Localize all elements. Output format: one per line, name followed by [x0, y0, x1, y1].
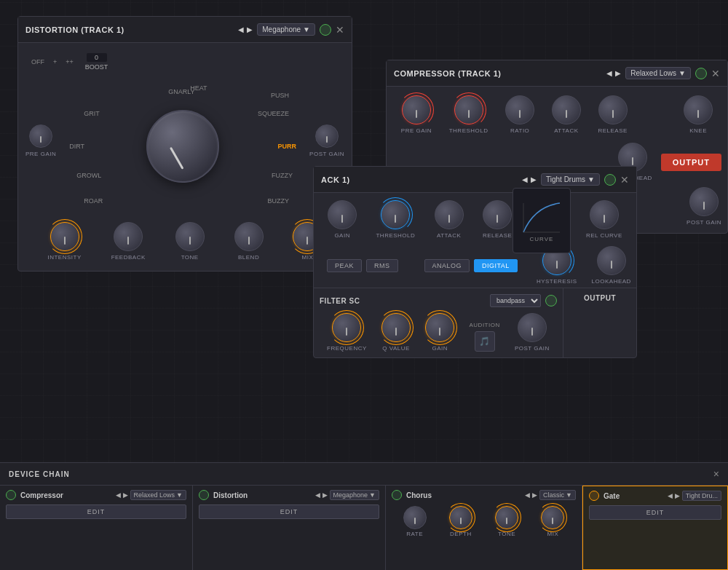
filter-power-btn[interactable]	[545, 295, 557, 306]
distortion-title: DISTORTION (TRACK 1)	[25, 25, 234, 34]
comp2-gain-knob[interactable]	[328, 200, 357, 229]
distortion-device-power[interactable]	[199, 490, 209, 500]
filter-gain-label: GAIN	[432, 345, 448, 352]
comp2-threshold-knob[interactable]	[381, 200, 410, 229]
comp2-close-btn[interactable]: ✕	[620, 175, 629, 185]
comp2-lookahead-knob[interactable]	[597, 246, 626, 275]
grit-label: GRIT	[84, 110, 100, 117]
distortion-edit-btn[interactable]: EDIT	[199, 504, 379, 519]
comp-threshold-knob[interactable]	[454, 95, 483, 124]
comp-ratio-knob[interactable]	[505, 95, 534, 124]
filter-header: FILTER SC bandpass	[320, 294, 557, 307]
chorus-rate-knob[interactable]	[403, 506, 427, 529]
comp2-rel-curve-label: REL CURVE	[586, 232, 622, 239]
dist-blend-knob[interactable]	[234, 222, 264, 251]
dist-feedback-knob[interactable]	[114, 222, 143, 251]
comp2-release-container: RELEASE	[483, 200, 512, 239]
dist-plusplus-label: ++	[66, 58, 74, 66]
peak-btn[interactable]: PEAK	[327, 259, 362, 272]
distortion-preset-dropdown[interactable]: Megaphone ▼	[257, 23, 315, 36]
comp2-next-arrow[interactable]: ▶	[531, 175, 537, 183]
dist-main-knob[interactable]	[146, 110, 219, 183]
distortion-close-btn[interactable]: ✕	[336, 25, 344, 35]
comp-release-container: RELEASE	[598, 95, 627, 134]
filter-q-knob[interactable]	[381, 313, 411, 342]
roar-label: ROAR	[84, 197, 103, 205]
device-chain: DEVICE CHAIN × Compressor ◀ ▶ Relaxed Lo…	[0, 462, 728, 570]
device-chain-header: DEVICE CHAIN ×	[0, 463, 728, 485]
filter-freq-knob[interactable]	[332, 313, 361, 342]
digital-btn[interactable]: DIGITAL	[474, 259, 518, 272]
chorus-preset-dd[interactable]: Classic ▼	[539, 490, 576, 500]
dist-off-label: OFF	[31, 58, 44, 66]
comp2-lookahead-label: LOOKAHEAD	[592, 278, 631, 285]
comp2-power-btn[interactable]	[604, 174, 616, 186]
filter-section: FILTER SC bandpass FREQUENCY	[314, 288, 563, 357]
filter-gain-container: GAIN	[425, 313, 454, 352]
buzzy-label: BUZZY	[268, 197, 290, 205]
filter-freq-label: FREQUENCY	[327, 345, 367, 352]
comp2-prev-arrow[interactable]: ◀	[522, 175, 528, 183]
device-item-distortion: Distortion ◀ ▶ Megaphone ▼ EDIT	[193, 486, 386, 570]
comp2-title: ACK 1)	[321, 175, 518, 184]
dist-intensity-knob[interactable]	[50, 222, 79, 251]
analog-btn[interactable]: ANALOG	[424, 259, 470, 272]
dist-tone-container: TONE	[175, 222, 205, 261]
rms-btn[interactable]: RMS	[366, 259, 398, 272]
push-label: PUSH	[271, 92, 289, 99]
comp-next-arrow[interactable]: ▶	[615, 69, 621, 77]
filter-gain-knob[interactable]	[425, 313, 454, 342]
dist-post-gain-knob[interactable]	[315, 124, 339, 148]
mode-btns: ANALOG DIGITAL	[417, 255, 525, 277]
device-chain-content: Compressor ◀ ▶ Relaxed Lows ▼ EDIT Disto…	[0, 485, 728, 570]
distortion-power-btn[interactable]	[320, 24, 331, 36]
distortion-device-preset: ◀ ▶ Megaphone ▼	[315, 490, 379, 500]
comp2-release-knob[interactable]	[483, 200, 512, 229]
compressor-edit-btn[interactable]: EDIT	[6, 504, 186, 519]
filter-post-gain-knob[interactable]	[518, 313, 547, 342]
distortion-next-arrow[interactable]: ▶	[247, 25, 253, 33]
distortion-preset-dd[interactable]: Megaphone ▼	[330, 490, 379, 500]
chorus-tone-knob[interactable]	[495, 506, 518, 529]
comp-prev-arrow[interactable]: ◀	[606, 69, 612, 77]
squeeze-label: SQUEEZE	[258, 110, 289, 117]
comp2-header: ACK 1) ◀ ▶ Tight Drums ▼ ✕	[314, 167, 636, 193]
comp-close-btn[interactable]: ✕	[711, 68, 720, 79]
comp2-gain-label: GAIN	[334, 232, 350, 239]
comp2-rel-curve-knob[interactable]	[590, 200, 619, 229]
heat-label: HEAT	[190, 84, 207, 92]
comp-knee-container: KNEE	[684, 95, 713, 134]
comp-pre-gain-knob[interactable]	[402, 95, 431, 124]
comp2-preset-dropdown[interactable]: Tight Drums ▼	[541, 173, 600, 186]
gate-edit-btn[interactable]: EDIT	[589, 505, 721, 520]
gate-device-power[interactable]	[589, 491, 599, 501]
chorus-depth-knob[interactable]	[449, 506, 472, 529]
device-item-compressor: Compressor ◀ ▶ Relaxed Lows ▼ EDIT	[0, 486, 193, 570]
dist-pre-gain-knob[interactable]	[29, 124, 52, 148]
comp-knee-label: KNEE	[689, 127, 707, 134]
comp-attack-knob[interactable]	[552, 95, 581, 124]
audition-btn[interactable]: 🎵	[475, 331, 495, 352]
comp-knee-knob[interactable]	[684, 95, 713, 124]
comp-power-btn[interactable]	[695, 68, 707, 79]
comp2-attack-knob[interactable]	[435, 200, 464, 229]
compressor-device-power[interactable]	[6, 490, 16, 500]
distortion-prev-arrow[interactable]: ◀	[238, 25, 244, 33]
gate-preset-dd[interactable]: Tight Dru...	[682, 491, 721, 501]
chorus-device-power[interactable]	[392, 490, 402, 500]
filter-q-container: Q VALUE	[381, 313, 411, 352]
chorus-mix-knob[interactable]	[541, 506, 564, 529]
comp-preset-dropdown[interactable]: Relaxed Lows ▼	[625, 67, 691, 79]
comp-output-btn[interactable]: OUTPUT	[661, 154, 721, 171]
detection-btns: PEAK RMS	[320, 255, 405, 277]
comp-release-knob[interactable]	[598, 95, 628, 124]
device-chain-close-btn[interactable]: ×	[713, 468, 719, 480]
gate-device-preset: ◀ ▶ Tight Dru...	[668, 491, 721, 501]
filter-type-select[interactable]: bandpass	[490, 294, 541, 307]
dist-tone-knob[interactable]	[175, 222, 205, 251]
compressor-preset-dropdown[interactable]: Relaxed Lows ▼	[130, 490, 186, 500]
comp2-rel-curve-container: REL CURVE	[586, 200, 622, 239]
growl-label: GROWL	[76, 172, 101, 179]
comp-post-gain-knob[interactable]	[689, 187, 719, 216]
comp2-knobs: GAIN THRESHOLD ATTACK RELEASE ATT CURVE …	[314, 193, 636, 243]
